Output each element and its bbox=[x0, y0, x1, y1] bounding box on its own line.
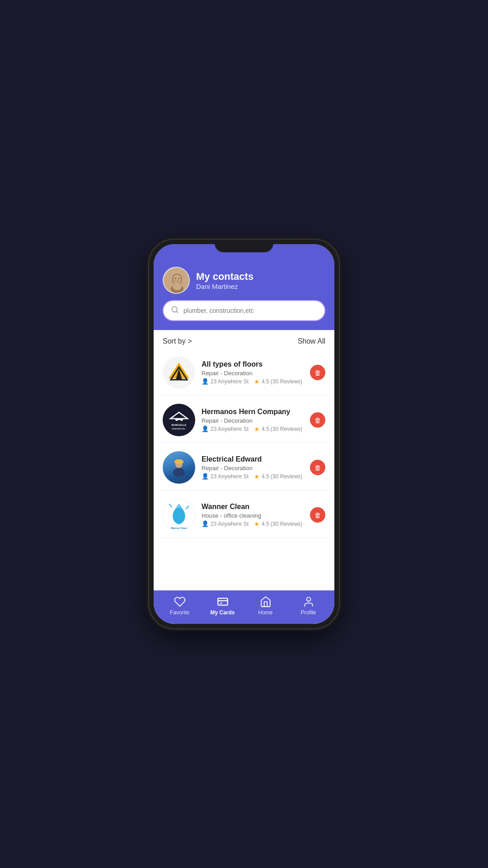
contact-name: Electrical Edward bbox=[202, 455, 304, 463]
contact-row2: 👤 23 Anywhere St ★ 4.5 (30 Reviews) bbox=[202, 378, 304, 385]
contact-info: Wanner Clean House - office cleaning 👤 2… bbox=[202, 503, 304, 528]
list-item: Electrical Edward Repair - Decoration 👤 … bbox=[160, 445, 328, 491]
sort-by-button[interactable]: Sort by > bbox=[163, 337, 192, 345]
list-item: BORCELLE CONSTRUCTIO... Hermanos Hern Co… bbox=[160, 397, 328, 443]
contact-row2: 👤 23 Anywhere St ★ 4.5 (30 Reviews) bbox=[202, 473, 304, 480]
svg-rect-22 bbox=[174, 462, 183, 463]
contact-location: 👤 23 Anywhere St bbox=[202, 378, 249, 385]
trash-icon: 🗑 bbox=[314, 416, 321, 424]
star-icon: ★ bbox=[254, 378, 260, 385]
nav-label-favorite: Favorite bbox=[170, 609, 189, 616]
search-input[interactable] bbox=[183, 307, 317, 314]
rating-text: 4.5 (30 Reviews) bbox=[262, 378, 302, 385]
star-icon: ★ bbox=[254, 473, 260, 480]
location-icon: 👤 bbox=[202, 425, 209, 432]
svg-point-6 bbox=[173, 283, 182, 290]
contact-row2: 👤 23 Anywhere St ★ 4.5 (30 Reviews) bbox=[202, 520, 304, 528]
contact-category: Repair - Decoration bbox=[202, 370, 304, 377]
contact-info: Hermanos Hern Company Repair - Decoratio… bbox=[202, 408, 304, 433]
contact-rating: ★ 4.5 (30 Reviews) bbox=[254, 520, 302, 528]
star-icon: ★ bbox=[254, 425, 260, 433]
svg-point-4 bbox=[178, 278, 180, 279]
contact-address: 23 Anywhere St bbox=[211, 378, 249, 385]
contact-rating: ★ 4.5 (30 Reviews) bbox=[254, 425, 302, 433]
delete-button[interactable]: 🗑 bbox=[310, 507, 325, 523]
notch bbox=[215, 240, 273, 252]
contact-logo-electrical bbox=[163, 451, 195, 484]
svg-text:BORCELLE: BORCELLE bbox=[171, 424, 186, 426]
svg-line-8 bbox=[176, 311, 178, 312]
nav-item-my-cards[interactable]: My Cards bbox=[201, 596, 244, 616]
contact-info: All types of floors Repair - Decoration … bbox=[202, 360, 304, 385]
contact-rating: ★ 4.5 (30 Reviews) bbox=[254, 473, 302, 480]
trash-icon: 🗑 bbox=[314, 369, 321, 377]
rating-text: 4.5 (30 Reviews) bbox=[262, 473, 302, 480]
header-top: My contacts Dani Martinez bbox=[163, 267, 325, 294]
search-bar[interactable] bbox=[163, 300, 325, 321]
svg-text:CONSTRUCTIO...: CONSTRUCTIO... bbox=[171, 428, 186, 430]
svg-rect-27 bbox=[218, 598, 228, 605]
main-content: Sort by > Show All All types of floors bbox=[154, 330, 334, 590]
location-icon: 👤 bbox=[202, 473, 209, 480]
show-all-button[interactable]: Show All bbox=[298, 337, 325, 345]
contact-list: All types of floors Repair - Decoration … bbox=[154, 350, 334, 538]
header-text-group: My contacts Dani Martinez bbox=[196, 271, 253, 290]
profile-icon bbox=[303, 596, 314, 608]
sort-row: Sort by > Show All bbox=[154, 330, 334, 350]
contact-logo-floors bbox=[163, 356, 195, 389]
contact-category: Repair - Decoration bbox=[202, 465, 304, 472]
delete-button[interactable]: 🗑 bbox=[310, 412, 325, 428]
location-icon: 👤 bbox=[202, 378, 209, 385]
phone-screen: My contacts Dani Martinez Sort by > Show… bbox=[154, 244, 334, 624]
nav-item-home[interactable]: Home bbox=[244, 596, 287, 616]
svg-point-20 bbox=[173, 468, 185, 477]
contact-location: 👤 23 Anywhere St bbox=[202, 425, 249, 432]
trash-icon: 🗑 bbox=[314, 464, 321, 472]
home-icon bbox=[260, 596, 272, 608]
phone-frame: My contacts Dani Martinez Sort by > Show… bbox=[149, 240, 339, 628]
nav-label-home: Home bbox=[258, 609, 272, 616]
nav-item-favorite[interactable]: Favorite bbox=[158, 596, 201, 616]
svg-line-25 bbox=[169, 505, 172, 507]
contact-location: 👤 23 Anywhere St bbox=[202, 520, 249, 527]
contact-address: 23 Anywhere St bbox=[211, 426, 249, 432]
contact-address: 23 Anywhere St bbox=[211, 521, 249, 527]
card-icon bbox=[217, 596, 229, 608]
rating-text: 4.5 (30 Reviews) bbox=[262, 426, 302, 432]
contact-name: Wanner Clean bbox=[202, 503, 304, 511]
svg-text:Wanner Clean: Wanner Clean bbox=[171, 527, 187, 529]
contact-name: Hermanos Hern Company bbox=[202, 408, 304, 416]
location-icon: 👤 bbox=[202, 520, 209, 527]
trash-icon: 🗑 bbox=[314, 511, 321, 519]
svg-point-3 bbox=[175, 278, 176, 279]
contact-category: Repair - Decoration bbox=[202, 417, 304, 424]
svg-line-24 bbox=[186, 506, 189, 509]
header: My contacts Dani Martinez bbox=[154, 244, 334, 330]
contact-address: 23 Anywhere St bbox=[211, 473, 249, 480]
contact-logo-borcelle: BORCELLE CONSTRUCTIO... bbox=[163, 404, 195, 436]
contact-location: 👤 23 Anywhere St bbox=[202, 473, 249, 480]
star-icon: ★ bbox=[254, 520, 260, 528]
bottom-nav: Favorite My Cards bbox=[154, 590, 334, 624]
heart-icon bbox=[174, 596, 186, 608]
header-title: My contacts bbox=[196, 271, 253, 283]
contact-logo-wanner: Wanner Clean bbox=[163, 499, 195, 531]
search-icon bbox=[171, 306, 179, 316]
contact-rating: ★ 4.5 (30 Reviews) bbox=[254, 378, 302, 385]
svg-point-2 bbox=[173, 274, 181, 284]
contact-info: Electrical Edward Repair - Decoration 👤 … bbox=[202, 455, 304, 480]
rating-text: 4.5 (30 Reviews) bbox=[262, 521, 302, 527]
avatar bbox=[163, 267, 190, 294]
list-item: All types of floors Repair - Decoration … bbox=[160, 350, 328, 396]
contact-row2: 👤 23 Anywhere St ★ 4.5 (30 Reviews) bbox=[202, 425, 304, 433]
header-subtitle: Dani Martinez bbox=[196, 283, 253, 290]
list-item: Wanner Clean Wanner Clean House - office… bbox=[160, 492, 328, 538]
nav-item-profile[interactable]: Profile bbox=[287, 596, 330, 616]
delete-button[interactable]: 🗑 bbox=[310, 365, 325, 380]
nav-label-profile: Profile bbox=[300, 609, 316, 616]
svg-point-30 bbox=[306, 597, 310, 601]
nav-label-my-cards: My Cards bbox=[210, 609, 235, 616]
contact-name: All types of floors bbox=[202, 360, 304, 368]
contact-category: House - office cleaning bbox=[202, 512, 304, 519]
delete-button[interactable]: 🗑 bbox=[310, 460, 325, 475]
